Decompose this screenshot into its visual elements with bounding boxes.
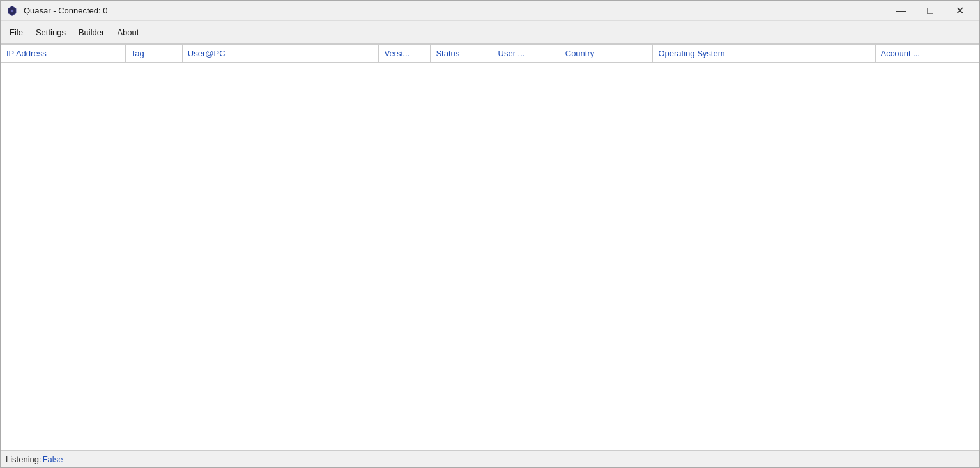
table-header-row: IP Address Tag User@PC Versi... Status U… xyxy=(1,45,979,63)
col-header-tag[interactable]: Tag xyxy=(125,45,182,63)
main-content: IP Address Tag User@PC Versi... Status U… xyxy=(1,44,979,451)
svg-point-1 xyxy=(11,9,14,12)
table-wrapper[interactable]: IP Address Tag User@PC Versi... Status U… xyxy=(1,45,979,450)
col-header-version[interactable]: Versi... xyxy=(379,45,431,63)
status-bar: Listening: False xyxy=(1,451,979,467)
col-header-os[interactable]: Operating System xyxy=(653,45,875,63)
listening-value: False xyxy=(43,455,63,464)
maximize-button[interactable]: □ xyxy=(915,1,945,21)
title-bar-left: Quasar - Connected: 0 xyxy=(6,4,108,17)
window-title: Quasar - Connected: 0 xyxy=(24,6,108,15)
close-button[interactable]: ✕ xyxy=(945,1,974,21)
minimize-button[interactable]: — xyxy=(886,1,915,21)
menu-builder[interactable]: Builder xyxy=(72,25,111,40)
col-header-usertype[interactable]: User ... xyxy=(493,45,560,63)
menu-bar: File Settings Builder About xyxy=(1,21,979,44)
menu-about[interactable]: About xyxy=(111,25,145,40)
app-icon xyxy=(6,4,19,17)
col-header-ip[interactable]: IP Address xyxy=(1,45,125,63)
listening-label: Listening: xyxy=(6,455,42,464)
col-header-account[interactable]: Account ... xyxy=(875,45,979,63)
col-header-country[interactable]: Country xyxy=(560,45,653,63)
col-header-user[interactable]: User@PC xyxy=(182,45,379,63)
menu-settings[interactable]: Settings xyxy=(29,25,72,40)
title-bar: Quasar - Connected: 0 — □ ✕ xyxy=(1,1,979,21)
menu-file[interactable]: File xyxy=(3,25,29,40)
title-bar-controls: — □ ✕ xyxy=(886,1,974,21)
col-header-status[interactable]: Status xyxy=(431,45,493,63)
clients-table: IP Address Tag User@PC Versi... Status U… xyxy=(1,45,979,63)
